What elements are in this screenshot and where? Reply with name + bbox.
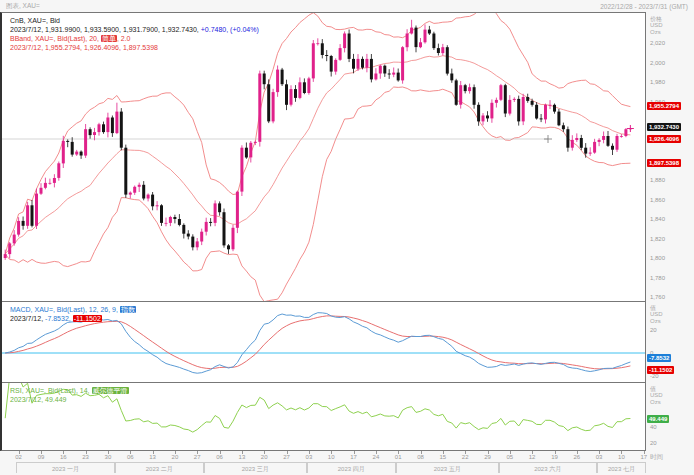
axis-price-badge: 1,897.5398 (647, 159, 681, 167)
axis-tick-label: -20 (650, 373, 690, 379)
axis-price-badge: -11.1502 (647, 366, 674, 374)
time-tick-label: 12 (524, 454, 540, 460)
axis-tick-label: 40 (650, 424, 690, 430)
axis-price-badge: -7.8532 (647, 354, 671, 362)
time-tick-label: 20 (256, 454, 272, 460)
time-tick-label: 26 (569, 454, 585, 460)
time-tick-label: 08 (413, 454, 429, 460)
axis-tick-label: 1,840 (650, 216, 690, 222)
axis-tick-label: 1,860 (650, 197, 690, 203)
chart-title: 图表, XAU= (6, 2, 40, 11)
time-tick-label: 13 (234, 454, 250, 460)
time-tick-label: 27 (279, 454, 295, 460)
chart-window: 图表, XAU= 2022/12/28 - 2023/7/31 (GMT) Cn… (0, 0, 694, 475)
axis-tick-label: 1,880 (650, 177, 690, 183)
axis-tick-label: 1,780 (650, 275, 690, 281)
axis-unit-label: Ozs (650, 399, 690, 405)
axis-tick-label: 2,020 (650, 40, 690, 46)
axis-unit-label: USD (650, 311, 690, 317)
axis-tick-label: 20 (650, 327, 690, 333)
time-tick-label: 22 (457, 454, 473, 460)
time-tick-label: 06 (212, 454, 228, 460)
time-tick-label: 29 (480, 454, 496, 460)
last-price-marker-icon (627, 125, 634, 132)
chart-frame: CnB, XAU=, Bid 2023/7/12, 1,931.9900, 1,… (0, 12, 646, 451)
month-label: 2023 三月 (204, 462, 307, 473)
time-axis[interactable]: 0209162330061320270613202703101724010815… (0, 451, 646, 475)
time-tick-label: 17 (346, 454, 362, 460)
axis-unit-label: Ozs (650, 318, 690, 324)
time-tick-label: 20 (167, 454, 183, 460)
time-tick-label: 02 (11, 454, 27, 460)
axis-tick-label: 1,980 (650, 79, 690, 85)
bollinger-bands (5, 13, 630, 301)
month-label: 2023 六月 (499, 462, 597, 473)
candlestick-series (4, 20, 632, 260)
date-range-label: 2022/12/28 - 2023/7/31 (GMT) (600, 3, 688, 10)
time-tick-label: 01 (390, 454, 406, 460)
time-tick-label: 03 (301, 454, 317, 460)
time-tick-label: 23 (78, 454, 94, 460)
time-tick-label: 24 (368, 454, 384, 460)
time-tick-label: 06 (122, 454, 138, 460)
axis-tick-label: 1,820 (650, 236, 690, 242)
axis-tick-label: 2,000 (650, 60, 690, 66)
price-panel[interactable]: CnB, XAU=, Bid 2023/7/12, 1,931.9900, 1,… (2, 13, 645, 301)
axis-price-badge: 1,926.4096 (647, 135, 681, 143)
axis-price-badge: 1,955.2794 (647, 102, 681, 110)
time-tick-label: 15 (435, 454, 451, 460)
time-tick-label: 27 (189, 454, 205, 460)
axis-unit-label: USD (650, 392, 690, 398)
month-label: 2023 二月 (115, 462, 204, 473)
axis-tick-label: 20 (650, 440, 690, 446)
time-tick-label: 13 (145, 454, 161, 460)
month-label: 2023 七月 (597, 462, 646, 473)
macd-chart[interactable] (2, 302, 645, 382)
rsi-panel[interactable]: RSI, XAU=, Bid(Last), 14, 威尔德平滑 2023/7/1… (2, 383, 645, 450)
axis-price-badge: 49.449 (647, 415, 669, 423)
time-tick-label: 10 (613, 454, 629, 460)
time-tick-label: 05 (502, 454, 518, 460)
month-label: 2023 一月 (16, 462, 114, 473)
candlestick-chart[interactable] (2, 13, 645, 301)
rsi-chart[interactable] (2, 383, 645, 450)
time-tick-label: 09 (33, 454, 49, 460)
time-tick-label: 16 (55, 454, 71, 460)
time-axis-label: 时间 (650, 453, 663, 462)
macd-panel[interactable]: MACD, XAU=, Bid(Last), 12, 26, 9, 指数 202… (2, 302, 645, 382)
axis-tick-label: 1,760 (650, 294, 690, 300)
month-label: 2023 四月 (307, 462, 396, 473)
axis-unit-label: USD (650, 22, 690, 28)
time-tick-label: 03 (591, 454, 607, 460)
time-tick-label: 30 (100, 454, 116, 460)
price-axis[interactable]: 价格USDOzs2,0202,0001,9801,9601,8801,8601,… (646, 12, 694, 475)
axis-price-badge: 1,932.7430 (647, 123, 681, 131)
axis-tick-label: 1,800 (650, 255, 690, 261)
time-tick-label: 10 (323, 454, 339, 460)
window-title-bar: 图表, XAU= 2022/12/28 - 2023/7/31 (GMT) (0, 0, 694, 12)
axis-unit-label: Ozs (650, 29, 690, 35)
month-label: 2023 五月 (396, 462, 499, 473)
time-tick-label: 19 (547, 454, 563, 460)
